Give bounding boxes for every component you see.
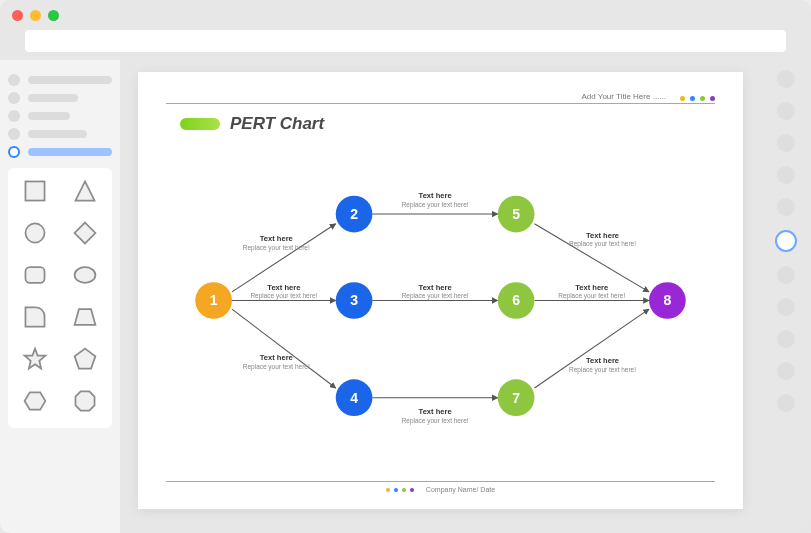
- address-bar[interactable]: [25, 30, 786, 52]
- svg-marker-8: [75, 349, 96, 369]
- shape-rounded-rect[interactable]: [22, 262, 48, 292]
- svg-text:Text here: Text here: [575, 283, 608, 292]
- menu-item[interactable]: [8, 92, 112, 104]
- shape-triangle[interactable]: [72, 178, 98, 208]
- svg-text:Text here: Text here: [419, 191, 452, 200]
- thumb[interactable]: [777, 102, 795, 120]
- close-icon[interactable]: [12, 10, 23, 21]
- node-1[interactable]: 1: [195, 282, 232, 319]
- svg-text:Text here: Text here: [586, 356, 619, 365]
- svg-text:Replace your text here!: Replace your text here!: [402, 292, 469, 300]
- edge-label[interactable]: Text hereReplace your text here!: [243, 353, 310, 371]
- left-sidebar: [0, 60, 120, 533]
- svg-text:Replace your text here!: Replace your text here!: [569, 240, 636, 248]
- svg-text:7: 7: [512, 390, 520, 406]
- thumb[interactable]: [777, 70, 795, 88]
- svg-text:Replace your text here!: Replace your text here!: [243, 244, 310, 252]
- svg-text:4: 4: [350, 390, 358, 406]
- shape-octagon[interactable]: [72, 388, 98, 418]
- svg-text:6: 6: [512, 293, 520, 309]
- edge-label[interactable]: Text hereReplace your text here!: [558, 283, 625, 301]
- node-8[interactable]: 8: [649, 282, 686, 319]
- svg-marker-10: [75, 391, 94, 410]
- title-accent: [180, 118, 220, 130]
- thumb[interactable]: [777, 134, 795, 152]
- thumb[interactable]: [777, 166, 795, 184]
- svg-text:Replace your text here!: Replace your text here!: [243, 363, 310, 371]
- svg-text:Text here: Text here: [419, 407, 452, 416]
- menu-item[interactable]: [8, 128, 112, 140]
- svg-text:Replace your text here!: Replace your text here!: [558, 292, 625, 300]
- shape-pentagon[interactable]: [72, 346, 98, 376]
- svg-text:Replace your text here!: Replace your text here!: [569, 366, 636, 374]
- shape-palette: [8, 168, 112, 428]
- edge-label[interactable]: Text hereReplace your text here!: [402, 283, 469, 301]
- svg-text:3: 3: [350, 293, 358, 309]
- thumb[interactable]: [777, 266, 795, 284]
- svg-rect-0: [25, 181, 44, 200]
- svg-text:Text here: Text here: [586, 231, 619, 240]
- shape-trapezoid[interactable]: [72, 304, 98, 334]
- svg-marker-9: [25, 392, 46, 409]
- edge-label[interactable]: Text hereReplace your text here!: [250, 283, 317, 301]
- menu-item[interactable]: [8, 110, 112, 122]
- minimize-icon[interactable]: [30, 10, 41, 21]
- shape-ellipse[interactable]: [72, 262, 98, 292]
- svg-text:8: 8: [663, 293, 671, 309]
- svg-text:Text here: Text here: [267, 283, 300, 292]
- svg-point-2: [25, 223, 44, 242]
- svg-marker-7: [25, 349, 46, 369]
- thumb[interactable]: [777, 394, 795, 412]
- edge-label[interactable]: Text hereReplace your text here!: [402, 191, 469, 209]
- edge-label[interactable]: Text hereReplace your text here!: [569, 356, 636, 374]
- svg-line-13: [232, 309, 336, 388]
- right-sidebar: [761, 60, 811, 533]
- svg-text:Text here: Text here: [419, 283, 452, 292]
- svg-rect-4: [25, 267, 44, 283]
- shape-circle[interactable]: [22, 220, 48, 250]
- thumb-selected[interactable]: [775, 230, 797, 252]
- svg-text:Replace your text here!: Replace your text here!: [250, 292, 317, 300]
- svg-marker-3: [75, 223, 96, 244]
- node-6[interactable]: 6: [498, 282, 535, 319]
- edge-label[interactable]: Text hereReplace your text here!: [243, 234, 310, 252]
- svg-point-5: [75, 267, 96, 283]
- thumb[interactable]: [777, 298, 795, 316]
- shape-hexagon[interactable]: [22, 388, 48, 418]
- svg-text:5: 5: [512, 206, 520, 222]
- svg-text:2: 2: [350, 206, 358, 222]
- svg-line-19: [534, 309, 649, 388]
- diagram-title: PERT Chart: [230, 114, 324, 134]
- footer-company[interactable]: Company Name/ Date: [426, 486, 495, 493]
- title-prompt[interactable]: Add Your Title Here ......: [582, 92, 667, 101]
- shape-quarter[interactable]: [22, 304, 48, 334]
- svg-text:Text here: Text here: [260, 353, 293, 362]
- shape-star[interactable]: [22, 346, 48, 376]
- svg-marker-1: [75, 181, 94, 200]
- svg-text:Replace your text here!: Replace your text here!: [402, 201, 469, 209]
- thumb[interactable]: [777, 330, 795, 348]
- node-4[interactable]: 4: [336, 379, 373, 416]
- svg-text:1: 1: [210, 293, 218, 309]
- pert-diagram: 1 2 3 4 5 6 7 8 Text hereReplace your te…: [138, 137, 743, 464]
- shape-diamond[interactable]: [72, 220, 98, 250]
- node-5[interactable]: 5: [498, 196, 535, 233]
- node-2[interactable]: 2: [336, 196, 373, 233]
- svg-text:Text here: Text here: [260, 234, 293, 243]
- thumb[interactable]: [777, 198, 795, 216]
- menu-item[interactable]: [8, 74, 112, 86]
- shape-square[interactable]: [22, 178, 48, 208]
- svg-marker-6: [75, 309, 96, 325]
- menu-item-selected[interactable]: [8, 146, 112, 158]
- thumb[interactable]: [777, 362, 795, 380]
- node-3[interactable]: 3: [336, 282, 373, 319]
- svg-text:Replace your text here!: Replace your text here!: [402, 417, 469, 425]
- accent-dots: [386, 488, 414, 492]
- maximize-icon[interactable]: [48, 10, 59, 21]
- edge-label[interactable]: Text hereReplace your text here!: [569, 231, 636, 249]
- node-7[interactable]: 7: [498, 379, 535, 416]
- canvas-page[interactable]: Add Your Title Here ...... PERT Chart: [138, 72, 743, 509]
- accent-dots: [680, 96, 715, 101]
- edge-label[interactable]: Text hereReplace your text here!: [402, 407, 469, 425]
